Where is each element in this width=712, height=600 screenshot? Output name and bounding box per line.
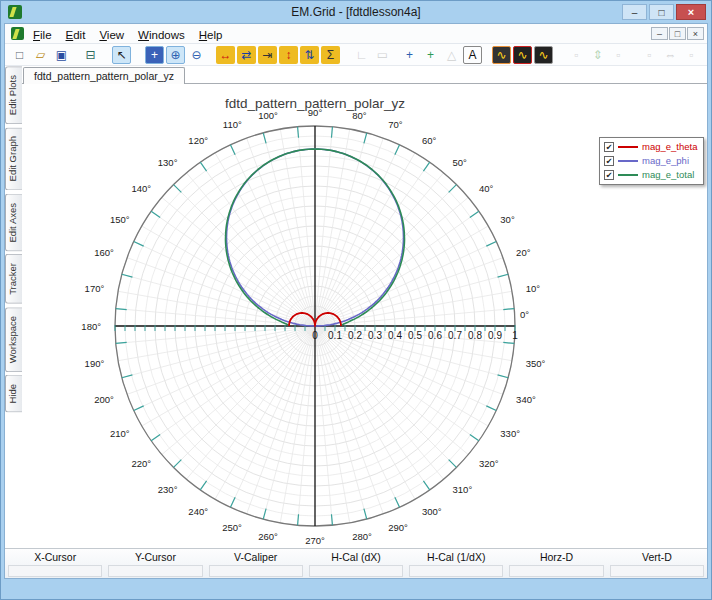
v-caliper-button[interactable]: ▭ (373, 46, 392, 64)
shrink-x-button[interactable]: ⇄ (237, 46, 256, 64)
expand-y-button[interactable]: ↕ (279, 46, 298, 64)
legend-label: mag_e_total (642, 169, 694, 180)
text-label-icon: A (468, 49, 476, 61)
status-value (309, 565, 403, 577)
mdi-close-button[interactable]: × (687, 27, 704, 40)
h-space-left-icon: ▫ (647, 49, 651, 61)
zoom-in-button[interactable]: ⊕ (166, 46, 185, 64)
status-value (409, 565, 503, 577)
angle-label: 80° (352, 110, 367, 121)
fit-x-button[interactable]: ⇥ (258, 46, 277, 64)
status-value (509, 565, 603, 577)
h-space-button[interactable]: ⇔ (661, 46, 680, 64)
marker-button[interactable]: △ (442, 46, 461, 64)
v-space-right-checkbox[interactable]: ▫ (609, 46, 628, 64)
window-title: EM.Grid - [fdtdlesson4a] (2, 5, 710, 19)
sidebar-item-edit-graph[interactable]: Edit Graph (5, 127, 22, 190)
fit-y-button[interactable]: Σ (321, 46, 340, 64)
legend-box[interactable]: ✔mag_e_theta✔mag_e_phi✔mag_e_total (599, 137, 704, 185)
h-space-left-checkbox[interactable]: ▫ (640, 46, 659, 64)
radial-tick-label: 0.8 (468, 330, 482, 341)
status-header: H-Cal (1/dX) (406, 549, 506, 564)
legend-checkbox[interactable]: ✔ (604, 142, 614, 152)
angle-label: 200° (94, 394, 114, 405)
crosshair-button[interactable]: + (400, 46, 419, 64)
radial-tick-label: 0.7 (448, 330, 462, 341)
text-label-button[interactable]: A (463, 46, 482, 64)
document-tab-bar: fdtd_pattern_pattern_polar_yz (5, 66, 707, 84)
curve-style-gray-icon: ∿ (538, 49, 548, 61)
pointer-tool-icon: ↖ (116, 49, 126, 61)
status-header: V-Caliper (206, 549, 306, 564)
tracker-axes-icon: + (427, 49, 434, 61)
shrink-y-button[interactable]: ⇅ (300, 46, 319, 64)
angle-label: 110° (223, 119, 242, 130)
menu-help[interactable]: Help (192, 27, 230, 43)
h-space-right-checkbox[interactable]: ▫ (682, 46, 701, 64)
angle-label: 300° (422, 506, 442, 517)
menu-edit[interactable]: Edit (59, 27, 93, 43)
angle-label: 10° (526, 283, 541, 294)
maximize-button[interactable]: □ (649, 4, 674, 20)
tracker-axes-button[interactable]: + (421, 46, 440, 64)
legend-checkbox[interactable]: ✔ (604, 170, 614, 180)
plot-properties-button[interactable]: ∿ (492, 46, 511, 64)
print-button[interactable]: ⊟ (81, 46, 100, 64)
fit-y-icon: Σ (327, 49, 334, 61)
sidebar-item-edit-plots[interactable]: Edit Plots (5, 66, 22, 124)
angle-label: 100° (258, 110, 278, 121)
mdi-minimize-button[interactable]: – (651, 27, 668, 40)
angle-label: 220° (131, 458, 151, 469)
curve-style-gray-button[interactable]: ∿ (534, 46, 553, 64)
fit-view-button[interactable]: + (145, 46, 164, 64)
v-space-button[interactable]: ⇕ (588, 46, 607, 64)
angle-label: 210° (110, 428, 130, 439)
legend-line-sample (618, 160, 638, 162)
fit-view-icon: + (151, 49, 158, 61)
angle-label: 170° (85, 283, 105, 294)
open-file-icon: ▱ (36, 49, 45, 61)
h-space-right-icon: ▫ (689, 49, 693, 61)
sidebar-item-tracker[interactable]: Tracker (5, 254, 22, 304)
marker-icon: △ (447, 49, 456, 61)
legend-label: mag_e_phi (642, 155, 689, 166)
minimize-button[interactable]: – (622, 4, 647, 20)
client-area: FileEditViewWindowsHelp –□× □▱▣⊟↖+⊕⊖↔⇄⇥↕… (4, 23, 708, 579)
plot-area: fdtd_pattern_pattern_polar_yz 00.10.20.3… (22, 84, 707, 548)
title-bar: EM.Grid - [fdtdlesson4a] –□× (2, 1, 710, 23)
save-button[interactable]: ▣ (52, 46, 71, 64)
v-space-left-checkbox[interactable]: ▫ (567, 46, 586, 64)
sidebar-item-workspace[interactable]: Workspace (5, 307, 22, 372)
mdi-restore-button[interactable]: □ (669, 27, 686, 40)
expand-x-button[interactable]: ↔ (216, 46, 235, 64)
curve-style-red-button[interactable]: ∿ (513, 46, 532, 64)
v-space-right-icon: ▫ (616, 49, 620, 61)
close-button[interactable]: × (676, 4, 706, 20)
zoom-out-button[interactable]: ⊖ (187, 46, 206, 64)
radial-tick-label: 0.5 (408, 330, 422, 341)
angle-label: 60° (422, 135, 437, 146)
v-space-icon: ⇕ (592, 49, 602, 61)
status-value (8, 565, 102, 577)
angle-label: 150° (110, 214, 130, 225)
status-header: H-Cal (dX) (306, 549, 406, 564)
radial-tick-label: 0.2 (348, 330, 362, 341)
status-header: Y-Cursor (105, 549, 205, 564)
sidebar-item-hide[interactable]: Hide (5, 375, 22, 413)
plot-properties-icon: ∿ (496, 49, 506, 61)
angle-label: 90° (308, 107, 323, 118)
sidebar-item-edit-axes[interactable]: Edit Axes (5, 194, 22, 252)
h-caliper-button[interactable]: ∟ (352, 46, 371, 64)
open-file-button[interactable]: ▱ (31, 46, 50, 64)
menu-view[interactable]: View (92, 27, 131, 43)
legend-line-sample (618, 174, 638, 176)
fit-x-icon: ⇥ (262, 49, 272, 61)
tab-fdtd-pattern[interactable]: fdtd_pattern_pattern_polar_yz (23, 67, 185, 84)
legend-checkbox[interactable]: ✔ (604, 156, 614, 166)
angle-label: 30° (500, 214, 515, 225)
menu-windows[interactable]: Windows (131, 27, 192, 43)
pointer-tool-button[interactable]: ↖ (112, 46, 131, 64)
new-file-button[interactable]: □ (10, 46, 29, 64)
angle-label: 180° (81, 321, 101, 332)
menu-file[interactable]: File (26, 27, 59, 43)
